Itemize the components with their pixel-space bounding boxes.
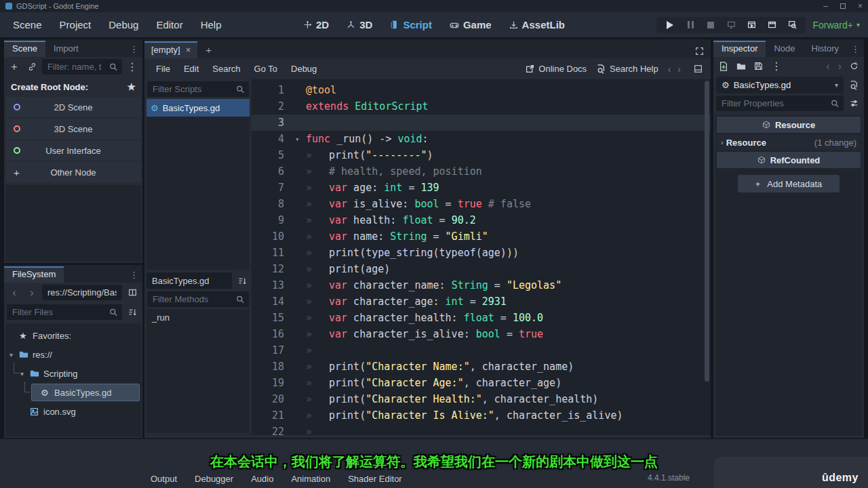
save-resource-button[interactable] — [754, 62, 763, 70]
line-number[interactable]: 16 — [252, 328, 295, 340]
play-button[interactable] — [665, 20, 675, 30]
renderer-selector[interactable]: Forward+ ▾ — [812, 20, 863, 30]
line-number[interactable]: 22 — [252, 426, 295, 435]
workspace-script[interactable]: Script — [384, 17, 437, 33]
play-custom-scene-button[interactable] — [766, 20, 777, 30]
code-line[interactable]: 20»print("Character Health:", character_… — [252, 391, 711, 407]
filesystem-menu-button[interactable]: ⋮ — [125, 270, 142, 283]
fs-item-icon-svg[interactable]: icon.svg — [5, 402, 141, 421]
code-line[interactable]: 14»var character_age: int = 2931 — [252, 293, 711, 310]
engine-version-label[interactable]: 4.4.1.stable — [648, 473, 690, 483]
workspace-assetlib[interactable]: AssetLib — [504, 17, 570, 33]
tree-caret-icon[interactable]: ▾ — [9, 351, 13, 359]
scene-tabs-menu-button[interactable]: ⋮ — [125, 44, 142, 57]
method-sort-button[interactable] — [235, 273, 250, 288]
remote-debug-button[interactable] — [726, 20, 736, 30]
tab-scene[interactable]: Scene — [4, 41, 45, 57]
instance-scene-button[interactable] — [24, 60, 39, 75]
workspace-2d[interactable]: 2D — [298, 17, 334, 33]
inspector-forward-button[interactable]: › — [838, 60, 842, 73]
code-line[interactable]: 2extends EditorScript — [252, 98, 711, 115]
category-resource[interactable]: Resource — [717, 117, 861, 133]
code-line[interactable]: 17» — [252, 342, 711, 359]
tab-node[interactable]: Node — [766, 41, 803, 57]
fs-path-field[interactable] — [42, 285, 122, 300]
fs-filter-input[interactable] — [7, 304, 122, 320]
play-scene-button[interactable] — [746, 20, 757, 30]
script-menu-debug[interactable]: Debug — [285, 61, 323, 77]
line-number[interactable]: 18 — [252, 361, 295, 373]
scene-dock-menu-button[interactable]: ⋮ — [125, 60, 140, 75]
workspace-game[interactable]: Game — [444, 17, 497, 33]
new-resource-button[interactable] — [719, 62, 728, 71]
tab-filesystem[interactable]: FileSystem — [4, 266, 64, 283]
tree-caret-icon[interactable]: ▾ — [20, 370, 24, 378]
code-line[interactable]: 5»print("--------") — [252, 147, 711, 163]
line-number[interactable]: 14 — [252, 296, 295, 308]
script-menu-edit[interactable]: Edit — [178, 61, 205, 77]
code-editor[interactable]: 1@tool2extends EditorScript34▾func _run(… — [252, 79, 711, 435]
line-number[interactable]: 11 — [252, 247, 295, 259]
script-menu-search[interactable]: Search — [206, 61, 246, 77]
filter-methods-input[interactable] — [147, 291, 249, 307]
distraction-free-button[interactable] — [688, 47, 711, 58]
fs-back-button[interactable]: ‹ — [7, 285, 22, 300]
fold-arrow-icon[interactable]: ▾ — [295, 135, 306, 144]
fs-split-mode-button[interactable] — [125, 285, 140, 300]
fs-item-basictypes-gd[interactable]: ⚙BasicTypes.gd — [5, 383, 141, 402]
code-line[interactable]: 6»# health, speed, position — [252, 163, 711, 180]
line-number[interactable]: 6 — [252, 165, 295, 178]
scene-tab-empty[interactable]: [empty] × — [144, 41, 197, 58]
scrollbar-thumb[interactable] — [705, 81, 709, 382]
bottom-tab-animation[interactable]: Animation — [291, 474, 330, 484]
add-scene-tab-button[interactable]: + — [197, 44, 220, 58]
minimize-button[interactable]: – — [823, 1, 828, 11]
workspace-3d[interactable]: 3D — [341, 17, 378, 33]
method--run[interactable]: _run — [146, 309, 250, 325]
load-resource-button[interactable] — [736, 62, 746, 71]
code-line[interactable]: 22» — [252, 424, 711, 435]
code-line[interactable]: 16»var character_is_alive: bool = true — [252, 326, 711, 342]
menu-project[interactable]: Project — [54, 16, 98, 33]
code-line[interactable]: 13»var character_name: String = "Legolas… — [252, 277, 711, 293]
line-number[interactable]: 20 — [252, 393, 295, 405]
line-number[interactable]: 10 — [252, 230, 295, 243]
toggle-scripts-panel-button[interactable] — [690, 62, 705, 77]
code-line[interactable]: 18»print("Character Name:", character_na… — [252, 359, 711, 375]
menu-scene[interactable]: Scene — [7, 16, 48, 33]
line-number[interactable]: 15 — [252, 312, 295, 324]
code-line[interactable]: 7»var age: int = 139 — [252, 180, 711, 196]
bottom-tab-debugger[interactable]: Debugger — [195, 474, 233, 484]
fs-item-scripting[interactable]: ▾Scripting — [5, 364, 141, 383]
code-line[interactable]: 15»var character_health: float = 100.0 — [252, 310, 711, 326]
inspector-back-button[interactable]: ‹ — [826, 60, 829, 73]
line-number[interactable]: 17 — [252, 344, 295, 357]
category-refcounted[interactable]: RefCounted — [717, 152, 861, 168]
line-number[interactable]: 21 — [252, 409, 295, 422]
line-number[interactable]: 4 — [252, 133, 295, 145]
fs-sort-button[interactable] — [125, 305, 140, 320]
fs-item-favorites-[interactable]: ★Favorites: — [5, 326, 141, 345]
line-number[interactable]: 13 — [252, 279, 295, 291]
code-line[interactable]: 21»print("Character Is Alive:", characte… — [252, 407, 711, 424]
bottom-tab-shader-editor[interactable]: Shader Editor — [348, 474, 402, 484]
menu-editor[interactable]: Editor — [150, 16, 189, 33]
create-user-interface-button[interactable]: User Interface — [5, 140, 141, 161]
line-number[interactable]: 3 — [252, 117, 295, 129]
script-menu-file[interactable]: File — [150, 61, 176, 77]
code-line[interactable]: 4▾func _run() -> void: — [252, 131, 711, 147]
property-tools-button[interactable] — [846, 96, 861, 111]
line-number[interactable]: 7 — [252, 182, 295, 194]
bottom-tab-output[interactable]: Output — [151, 474, 177, 484]
line-number[interactable]: 1 — [252, 84, 295, 96]
favorites-star-icon[interactable]: ★ — [127, 81, 136, 92]
close-icon[interactable]: × — [186, 45, 191, 55]
close-button[interactable]: × — [858, 1, 863, 11]
fs-item-res-[interactable]: ▾res:// — [5, 345, 141, 364]
script-history-forward-button[interactable]: › — [677, 64, 681, 75]
code-line[interactable]: 3 — [252, 115, 711, 131]
line-number[interactable]: 5 — [252, 149, 295, 161]
bottom-tab-audio[interactable]: Audio — [251, 474, 273, 484]
code-line[interactable]: 8»var is_alive: bool = true # false — [252, 196, 711, 212]
script-menu-go-to[interactable]: Go To — [248, 61, 283, 77]
